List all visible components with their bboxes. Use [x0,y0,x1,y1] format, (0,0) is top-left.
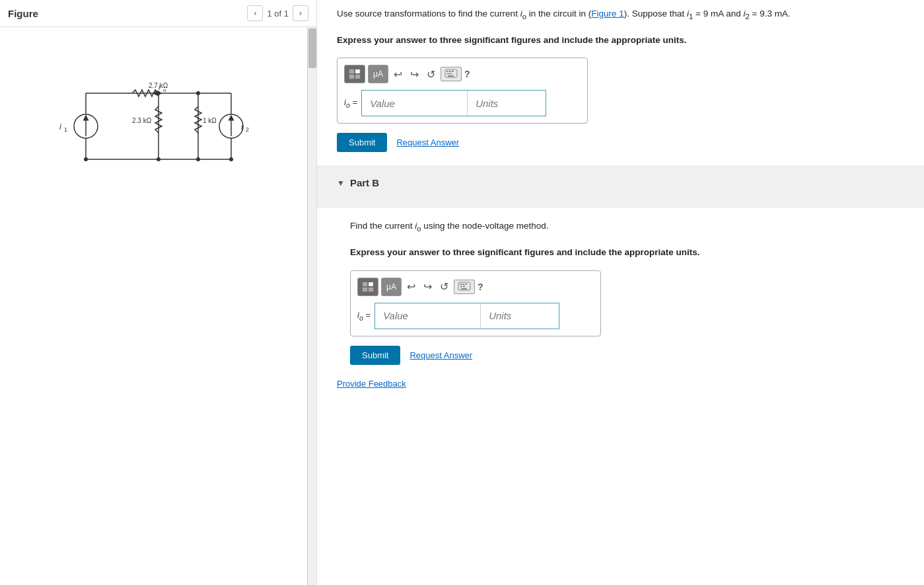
part-b-redo-button[interactable]: ↪ [421,279,435,294]
svg-rect-45 [460,284,462,285]
part-b-section: Find the current io using the node-volta… [337,219,904,364]
part-a-grid-button[interactable] [344,65,365,83]
part-b-toolbar: μA ↩ ↪ ↺ [357,278,594,296]
circuit-diagram: i 1 2.7 kΩ i o [46,54,271,186]
provide-feedback-section: Provide Feedback [337,378,904,389]
svg-text:2: 2 [246,126,249,133]
svg-point-23 [84,157,88,161]
svg-rect-41 [369,282,373,286]
part-b-request-answer-button[interactable]: Request Answer [409,350,472,360]
part-b-undo-button[interactable]: ↩ [404,279,418,294]
part-a-section: Express your answer to three significant… [337,33,904,153]
svg-rect-34 [446,71,448,72]
part-a-help-button[interactable]: ? [464,69,470,79]
svg-rect-30 [355,69,360,73]
figure-canvas: i 1 2.7 kΩ i o [0,27,316,585]
part-a-units-input[interactable] [467,90,546,116]
part-b-mu-button[interactable]: μA [381,278,402,296]
figure-prev-button[interactable]: ‹ [247,5,263,21]
figure-nav: ‹ 1 of 1 › [247,5,308,21]
part-b-keyboard-button[interactable] [454,280,475,294]
figure-1-link[interactable]: Figure 1 [591,9,624,19]
figure-nav-count: 1 of 1 [267,9,289,19]
svg-text:o: o [163,87,166,93]
part-a-redo-button[interactable]: ↪ [408,67,421,82]
svg-text:1 kΩ: 1 kΩ [203,117,217,124]
part-b-chevron-icon[interactable]: ▼ [337,178,345,188]
svg-rect-46 [462,284,464,285]
svg-rect-48 [460,286,462,287]
figure-title: Figure [8,8,247,19]
provide-feedback-button[interactable]: Provide Feedback [337,379,406,389]
part-b-help-button[interactable]: ? [478,282,483,292]
svg-text:i: i [241,122,243,132]
part-b-grid-button[interactable] [357,278,378,296]
svg-text:i: i [59,122,61,132]
svg-rect-29 [349,69,354,73]
svg-point-26 [229,157,233,161]
vertical-scrollbar[interactable] [307,27,316,585]
svg-rect-42 [363,288,367,292]
grid-icon [362,282,374,292]
svg-rect-38 [450,73,452,75]
part-a-keyboard-button[interactable] [441,67,462,81]
part-a-answer-row: io = [344,90,581,116]
svg-rect-37 [447,73,449,75]
part-b-answer-row: io = [357,303,594,329]
svg-point-28 [196,91,200,95]
grid-icon [349,69,361,79]
part-a-express-text: Express your answer to three significant… [337,33,904,48]
svg-point-27 [157,91,160,95]
part-b-answer-label: io = [357,310,371,322]
svg-rect-50 [461,288,467,290]
part-b-divider: ▼ Part B [317,165,924,208]
part-b-body: Find the current io using the node-volta… [337,219,904,364]
part-b-express-text: Express your answer to three significant… [350,245,904,260]
part-b-value-input[interactable] [374,303,480,329]
part-a-submit-button[interactable]: Submit [337,133,387,152]
part-b-refresh-button[interactable]: ↺ [437,279,451,294]
svg-rect-49 [463,286,465,287]
part-a-toolbar: μA ↩ ↪ ↺ [344,65,581,83]
circuit-area: i 1 2.7 kΩ i o [0,27,316,199]
right-panel: Use source transformations to find the c… [317,0,924,585]
part-a-refresh-button[interactable]: ↺ [424,67,438,82]
figure-next-button[interactable]: › [293,5,308,21]
part-b-submit-button[interactable]: Submit [350,346,400,365]
svg-rect-40 [363,282,367,286]
part-b-description: Find the current io using the node-volta… [350,219,904,235]
part-a-request-answer-button[interactable]: Request Answer [396,137,459,147]
part-a-answer-label: io = [344,97,357,109]
svg-rect-43 [369,288,373,292]
left-panel: Figure ‹ 1 of 1 › [0,0,317,585]
part-b-units-input[interactable] [480,303,559,329]
svg-rect-31 [349,75,354,79]
svg-rect-32 [355,75,360,79]
svg-point-24 [157,157,160,161]
keyboard-icon [458,282,471,291]
part-a-math-input: μA ↩ ↪ ↺ [337,58,588,124]
part-a-mu-button[interactable]: μA [368,65,388,83]
part-a-value-input[interactable] [361,90,467,116]
part-b-math-input: μA ↩ ↪ ↺ [350,270,601,336]
figure-header: Figure ‹ 1 of 1 › [0,0,316,27]
svg-rect-36 [452,71,454,72]
svg-point-25 [196,157,200,161]
svg-text:2.3 kΩ: 2.3 kΩ [132,117,152,124]
part-a-undo-button[interactable]: ↩ [391,67,405,82]
part-b-label: Part B [350,177,379,188]
part-b-header: ▼ Part B [337,172,904,194]
svg-rect-47 [465,284,467,285]
part-b-action-row: Submit Request Answer [350,346,904,365]
problem-intro-text: Use source transformations to find the c… [337,7,904,22]
part-a-action-row: Submit Request Answer [337,133,904,152]
svg-text:1: 1 [64,126,67,133]
scroll-thumb[interactable] [308,28,316,68]
svg-rect-35 [449,71,451,72]
keyboard-icon [444,69,458,78]
svg-rect-39 [448,75,454,77]
